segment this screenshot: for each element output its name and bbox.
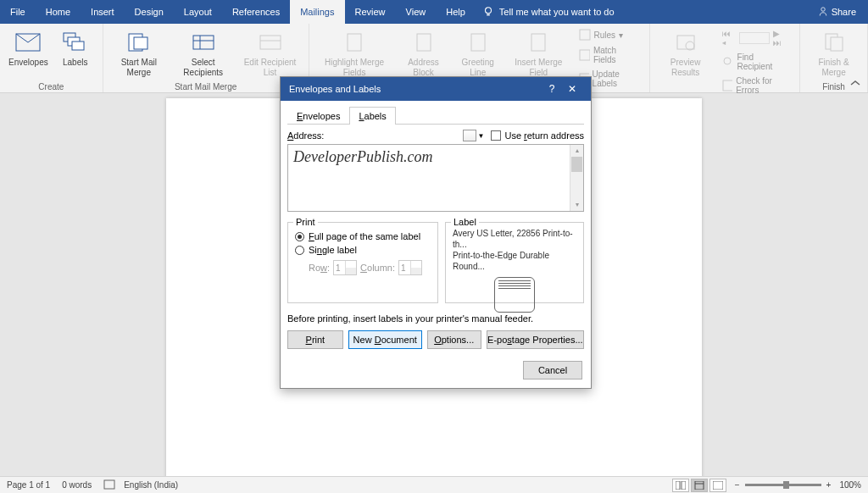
- svg-rect-7: [134, 37, 147, 49]
- tell-me-search[interactable]: Tell me what you want to do: [482, 6, 806, 18]
- edit-list-icon: [259, 32, 282, 53]
- address-book-button[interactable]: [463, 130, 476, 141]
- read-icon: [676, 481, 686, 490]
- svg-point-22: [724, 58, 731, 64]
- svg-rect-14: [417, 34, 431, 51]
- envelope-icon: [15, 33, 41, 52]
- web-layout-button[interactable]: [709, 479, 726, 492]
- svg-point-0: [485, 8, 491, 14]
- print-button[interactable]: Print: [287, 330, 343, 349]
- tab-labels[interactable]: Labels: [349, 107, 395, 125]
- menu-references[interactable]: References: [222, 0, 290, 24]
- use-return-checkbox[interactable]: [491, 130, 501, 141]
- new-document-button[interactable]: New Document: [348, 330, 422, 349]
- chevron-up-icon: [849, 79, 861, 87]
- check-icon: [722, 80, 732, 91]
- label-fieldset[interactable]: Label Avery US Letter, 22856 Print-to-th…: [445, 222, 584, 303]
- status-bar: Page 1 of 1 0 words English (India) − + …: [0, 476, 868, 493]
- rules-icon: [579, 29, 591, 41]
- ribbon-group-create: Envelopes Labels Create: [0, 24, 103, 92]
- preview-icon: [675, 33, 697, 52]
- svg-rect-26: [104, 480, 114, 489]
- svg-rect-31: [713, 481, 723, 490]
- match-icon: [579, 49, 590, 61]
- finish-icon: [823, 32, 845, 53]
- page-status[interactable]: Page 1 of 1: [7, 480, 50, 490]
- web-layout-icon: [713, 481, 723, 490]
- label-info-line2: Print-to-the-Edge Durable Round...: [453, 250, 576, 272]
- ribbon-group-preview: Preview Results ⏮ ◀ ▶ ⏭ Find Recipient C…: [649, 24, 800, 92]
- label-legend: Label: [451, 217, 479, 227]
- address-scrollbar[interactable]: ▴▾: [570, 145, 583, 211]
- labels-icon: [63, 32, 88, 53]
- menu-help[interactable]: Help: [436, 0, 476, 24]
- svg-rect-29: [695, 481, 704, 490]
- print-layout-icon: [694, 481, 704, 490]
- zoom-out-button[interactable]: −: [735, 480, 740, 490]
- svg-rect-5: [72, 42, 84, 50]
- svg-rect-16: [531, 34, 545, 51]
- address-textbox[interactable]: DeveloperPublish.com ▴▾: [287, 144, 584, 212]
- menu-design[interactable]: Design: [125, 0, 174, 24]
- svg-rect-27: [676, 481, 680, 490]
- address-icon: [414, 32, 434, 53]
- edit-recipient-list-button: Edit Recipient List: [237, 25, 303, 80]
- mail-merge-icon: [127, 32, 151, 53]
- labels-button[interactable]: Labels: [53, 25, 97, 80]
- envelopes-button[interactable]: Envelopes: [5, 25, 52, 80]
- epostage-button[interactable]: E-postage Properties...: [487, 330, 584, 349]
- svg-rect-15: [471, 34, 485, 51]
- svg-rect-18: [580, 50, 590, 60]
- row-spinner: 1: [333, 260, 357, 275]
- menu-view[interactable]: View: [396, 0, 437, 24]
- zoom-slider[interactable]: [745, 484, 821, 486]
- find-icon: [722, 56, 733, 68]
- dialog-titlebar: Envelopes and Labels ? ✕: [281, 77, 591, 101]
- radio-single-label[interactable]: Single label: [295, 245, 431, 255]
- preview-results-button: Preview Results: [655, 25, 715, 98]
- menu-review[interactable]: Review: [345, 0, 396, 24]
- menu-home[interactable]: Home: [36, 0, 81, 24]
- options-button[interactable]: Options...: [427, 330, 481, 349]
- menu-insert[interactable]: Insert: [81, 0, 125, 24]
- read-mode-button[interactable]: [672, 479, 689, 492]
- zoom-level[interactable]: 100%: [839, 480, 861, 490]
- dialog-help-button[interactable]: ?: [542, 83, 562, 95]
- radio-full-page[interactable]: Full page of the same label: [295, 231, 431, 241]
- column-label: Column:: [360, 263, 395, 273]
- tab-envelopes[interactable]: Envelopes: [287, 107, 349, 125]
- select-recipients-button[interactable]: Select Recipients: [171, 25, 236, 80]
- share-button[interactable]: Share: [806, 7, 868, 17]
- svg-rect-11: [260, 36, 281, 49]
- label-preview-icon: [494, 277, 535, 313]
- svg-rect-28: [682, 481, 686, 490]
- start-mail-merge-button[interactable]: Start Mail Merge: [108, 25, 170, 80]
- print-layout-button[interactable]: [691, 479, 708, 492]
- main-menu: File Home Insert Design Layout Reference…: [0, 0, 476, 24]
- nav-buttons: ⏮ ◀ ▶ ⏭: [721, 27, 791, 49]
- address-book-dropdown[interactable]: ▼: [478, 132, 485, 140]
- dialog-tabs: Envelopes Labels: [287, 106, 584, 125]
- dialog-title: Envelopes and Labels: [289, 84, 381, 94]
- printer-note: Before printing, insert labels in your p…: [287, 313, 584, 324]
- label-info-line1: Avery US Letter, 22856 Print-to-th...: [453, 228, 576, 250]
- print-legend: Print: [293, 217, 318, 227]
- menu-file[interactable]: File: [0, 0, 36, 24]
- address-value[interactable]: DeveloperPublish.com: [288, 145, 570, 211]
- dialog-close-button[interactable]: ✕: [562, 83, 582, 95]
- column-spinner: 1: [398, 260, 422, 275]
- word-count[interactable]: 0 words: [62, 480, 92, 490]
- proofing-icon[interactable]: [103, 479, 115, 491]
- radio-icon: [295, 232, 304, 241]
- svg-rect-25: [831, 37, 843, 51]
- menu-mailings[interactable]: Mailings: [290, 0, 344, 24]
- svg-rect-23: [723, 80, 732, 91]
- insert-field-icon: [528, 32, 548, 53]
- language-status[interactable]: English (India): [124, 480, 178, 490]
- find-recipient-button: Find Recipient: [721, 51, 791, 73]
- cancel-button[interactable]: Cancel: [523, 361, 582, 379]
- zoom-in-button[interactable]: +: [826, 480, 832, 490]
- menu-layout[interactable]: Layout: [174, 0, 222, 24]
- address-label: Address:: [287, 130, 324, 141]
- collapse-ribbon-button[interactable]: [849, 79, 861, 89]
